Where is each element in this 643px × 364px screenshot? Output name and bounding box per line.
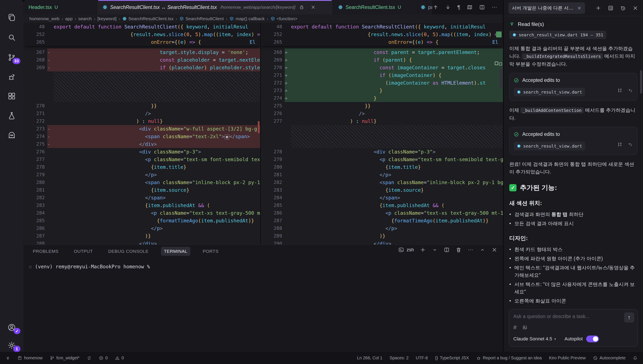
status-item-typescript[interactable]: {}TypeScript JSX — [435, 356, 469, 360]
file-chip[interactable]: search_result_view.dart — [514, 88, 585, 96]
split-terminal-icon[interactable] — [444, 247, 450, 253]
send-button[interactable]: ↑ — [624, 312, 634, 322]
panel-tab-debug-console[interactable]: DEBUG CONSOLE — [105, 247, 152, 256]
activity-item-run-and-debug[interactable] — [0, 68, 24, 86]
code-line-287: 287{formatTimeAgo(item.publishedAt)} — [261, 217, 503, 224]
navigate-up-icon[interactable] — [433, 4, 439, 10]
map-icon[interactable] — [467, 4, 473, 10]
whitespace-icon[interactable]: ¶ — [457, 4, 460, 11]
status-item-kiro[interactable]: Kiro Public Preview — [549, 356, 585, 360]
close-tab-icon[interactable] — [311, 5, 316, 10]
line-number: 275 — [24, 140, 47, 148]
context-hash-icon[interactable]: # — [513, 324, 517, 331]
chat-input[interactable] — [513, 314, 617, 319]
task-list-icon[interactable] — [608, 5, 614, 11]
activity-item-kiro-chat[interactable] — [0, 126, 24, 144]
status-item-utf-8[interactable]: UTF-8 — [416, 356, 428, 360]
chat-session-tab[interactable]: 서버 개발은 나중에 다른 서버... — [508, 2, 585, 14]
line-number: 286 — [24, 224, 47, 232]
terminal-prompt-line[interactable]: ○ (venv) remy@remyui-MacBookPro homenow … — [29, 264, 503, 270]
panel-tab-terminal[interactable]: TERMINAL — [161, 247, 190, 256]
close-chat-panel-icon[interactable] — [632, 5, 638, 11]
status-item-0[interactable]: 0 — [115, 356, 124, 360]
activity-item-testing[interactable] — [0, 107, 24, 124]
activity-item-settings[interactable]: 1 — [0, 336, 24, 354]
panel-tab-output[interactable]: OUTPUT — [71, 247, 96, 256]
activity-item-account[interactable]: ✓ — [0, 318, 24, 336]
line-number: 287 — [24, 232, 47, 240]
file-chip[interactable]: search_result_view.dart — [514, 142, 585, 150]
code-line-277: 277<p className="text-sm font-semibold t… — [24, 156, 260, 163]
more-actions-icon[interactable] — [468, 247, 474, 253]
sticky-scroll: 48export default function SearchResultCl… — [261, 23, 503, 46]
undo-icon[interactable] — [628, 88, 633, 93]
tab-searchresultclient-tsx[interactable]: SearchResultClient.tsx U — [333, 0, 418, 14]
close-panel-icon[interactable] — [491, 247, 497, 253]
editor-actions: ¶ — [433, 0, 503, 14]
close-session-icon[interactable] — [577, 6, 582, 10]
status-item-ln[interactable]: Ln 266, Col 1 — [357, 356, 382, 360]
split-editor-icon[interactable] — [479, 4, 485, 10]
new-chat-icon[interactable] — [595, 5, 601, 11]
line-number: 283 — [24, 202, 47, 209]
status-item-broadcast[interactable] — [6, 356, 10, 360]
braces-icon: {} — [435, 356, 438, 360]
tab-diff-searchresultclient[interactable]: SearchResultClient.tsx ↔ SearchResultCli… — [97, 0, 333, 14]
attach-image-icon[interactable] — [522, 325, 527, 330]
status-item-0[interactable]: 0 — [99, 356, 108, 360]
breadcrumb-item[interactable]: map() callback — [229, 16, 265, 21]
tab-header-tsx[interactable]: Header.tsx U — [24, 0, 97, 14]
activity-item-search[interactable] — [0, 28, 24, 46]
navigate-down-icon[interactable] — [445, 4, 451, 10]
breadcrumb-item[interactable]: SearchResultClient — [179, 16, 224, 21]
terminal-dropdown-icon[interactable] — [432, 247, 438, 253]
new-terminal-icon[interactable] — [420, 247, 426, 253]
react-icon — [420, 5, 425, 10]
status-item-sync[interactable] — [87, 356, 92, 360]
activity-item-explorer[interactable] — [0, 8, 24, 26]
model-selector[interactable]: Claude Sonnet 4.5 — [513, 336, 552, 342]
breadcrumb-item[interactable]: [keyword] — [97, 16, 116, 21]
breadcrumb-item[interactable]: <function> — [270, 16, 297, 21]
status-item-spaces[interactable]: Spaces: 2 — [390, 356, 408, 360]
chat-session-title: 서버 개발은 나중에 다른 서버... — [512, 5, 574, 11]
tab-overflow-truncated[interactable]: pa — [418, 0, 433, 14]
editor-scrollbar[interactable] — [500, 68, 502, 89]
kill-terminal-icon[interactable] — [456, 247, 462, 253]
maximize-panel-icon[interactable] — [480, 247, 486, 253]
panel-tab-problems[interactable]: PROBLEMS — [30, 247, 62, 256]
status-item-report[interactable]: Report a bug / Suggest an idea — [476, 356, 542, 360]
activity-badge: 1 — [13, 346, 21, 352]
view-diff-icon[interactable] — [617, 88, 622, 93]
status-item-autocomplete[interactable]: Autocomplete — [593, 356, 625, 360]
status-item-homenow[interactable]: homenow — [18, 356, 43, 360]
undo-icon[interactable] — [628, 142, 633, 147]
breadcrumb-item[interactable]: app — [65, 16, 73, 21]
line-number: 269 — [261, 56, 285, 64]
line-number: 269 — [24, 64, 47, 72]
view-diff-icon[interactable] — [617, 142, 622, 147]
breadcrumb[interactable]: homenow_web›app›search›[keyword]›SearchR… — [24, 14, 503, 23]
check-emoji: ✓ — [509, 184, 517, 191]
panel-tab-ports[interactable]: PORTS — [200, 247, 222, 256]
breadcrumb-item[interactable]: search — [78, 16, 92, 21]
diff-modified-pane[interactable]: 48export default function SearchResultCl… — [261, 23, 503, 244]
line-number: 286 — [261, 209, 285, 217]
modified-badge: U — [398, 4, 401, 10]
status-item-bell[interactable] — [633, 356, 637, 360]
breadcrumb-item[interactable]: homenow_web — [29, 16, 59, 21]
chat-scrollbar[interactable] — [640, 70, 642, 94]
breadcrumb-item[interactable]: SearchResultClient.tsx — [122, 16, 173, 21]
activity-item-extensions[interactable] — [0, 87, 24, 105]
diff-original-pane[interactable]: 48export default function SearchResultCl… — [24, 23, 260, 244]
read-files-row: Read file(s) — [509, 21, 637, 27]
more-actions-icon[interactable] — [491, 4, 497, 10]
history-icon[interactable] — [620, 5, 626, 11]
breadcrumb-separator: › — [119, 16, 120, 21]
file-chip[interactable]: search_result_view.dart 194 – 351 — [509, 30, 606, 39]
location-bullets: •검색결과 화면의 통합 탭 최하단•모든 검색 결과 아래에 표시 — [509, 211, 637, 227]
status-item-fcm_widget*[interactable]: fcm_widget* — [50, 356, 80, 360]
autopilot-toggle[interactable] — [586, 336, 599, 342]
activity-item-source-control[interactable]: 33 — [0, 48, 24, 66]
tab-label: Header.tsx — [29, 4, 52, 10]
